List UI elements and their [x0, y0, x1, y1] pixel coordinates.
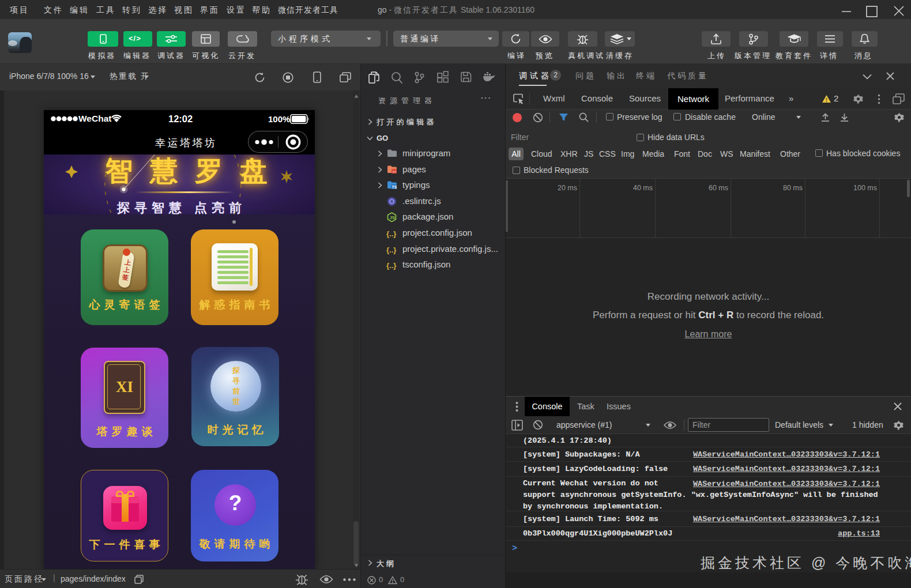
svg-text:<>: <> — [393, 170, 397, 174]
svg-text:JS: JS — [390, 215, 396, 220]
svg-text:TS: TS — [392, 185, 397, 189]
